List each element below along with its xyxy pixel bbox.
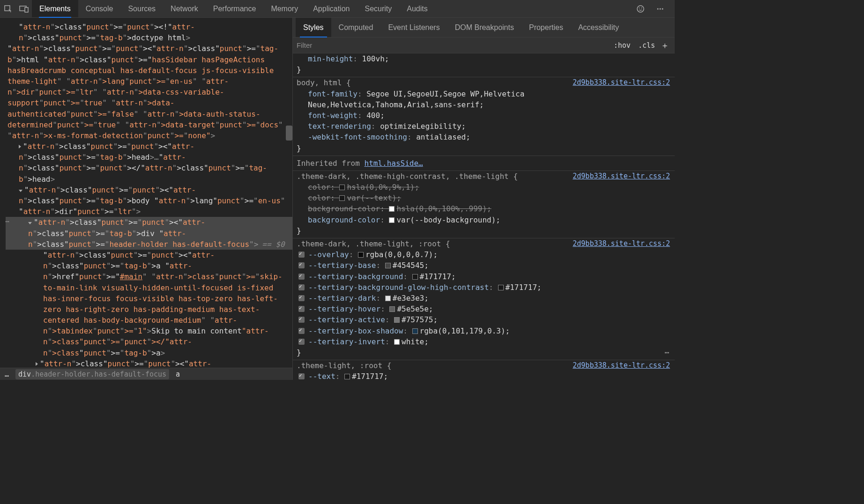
css-rule[interactable]: 2d9bb338.site-ltr.css:2body, html {font-… [293,77,675,156]
svg-point-3 [637,6,644,12]
tab-network[interactable]: Network [163,0,206,17]
svg-point-5 [641,7,642,8]
css-rule[interactable]: 2d9bb338.site-ltr.css:2.theme-light, :ro… [293,360,675,380]
side-tab-accessibility[interactable]: Accessibility [571,18,626,37]
dom-node[interactable]: "attr-n">class"punct">="punct"><"attr-n"… [6,250,292,358]
crumb-ellipsis[interactable]: … [5,370,9,378]
more-icon[interactable]: ⋯ [664,347,670,358]
cls-toggle[interactable]: .cls [634,41,659,50]
tab-performance[interactable]: Performance [206,0,264,17]
inspect-controls [0,0,32,18]
dom-node[interactable]: "attr-n">class"punct">="punct"><"attr-n"… [6,185,292,217]
tab-sources[interactable]: Sources [120,0,163,17]
tab-console[interactable]: Console [78,0,121,17]
scrollbar-thumb[interactable] [286,126,292,141]
dom-node[interactable]: "attr-n">class"punct">="punct"><"attr-n"… [6,43,292,141]
side-tab-styles[interactable]: Styles [296,18,331,37]
inspect-icon[interactable] [0,0,16,18]
tab-application[interactable]: Application [305,0,357,17]
crumb-next[interactable]: a [176,370,180,378]
feedback-icon[interactable] [633,0,648,18]
main-toolbar: ElementsConsoleSourcesNetworkPerformance… [0,0,675,18]
dom-tree[interactable]: "attr-n">class"punct">="punct"><!"attr-n… [0,18,292,368]
crumb-current[interactable]: div.header-holder.has-default-focus [15,369,169,379]
side-tab-computed[interactable]: Computed [331,18,381,37]
side-tabs: StylesComputedEvent ListenersDOM Breakpo… [293,18,675,37]
tab-memory[interactable]: Memory [263,0,305,17]
breadcrumb[interactable]: … div.header-holder.has-default-focus a [0,368,292,380]
side-tab-properties[interactable]: Properties [521,18,571,37]
dom-node[interactable]: "attr-n">class"punct">="punct"><"attr-n"… [6,358,292,368]
more-icon[interactable] [652,0,668,18]
side-tab-dom-breakpoints[interactable]: DOM Breakpoints [447,18,521,37]
svg-point-6 [657,8,659,9]
styles-rules[interactable]: min-height: 100vh;}2d9bb338.site-ltr.css… [293,53,675,380]
svg-rect-2 [25,7,28,12]
inherited-from: Inherited from html.hasSide… [293,156,675,171]
inherit-link[interactable]: html.hasSide… [365,159,423,168]
elements-panel: "attr-n">class"punct">="punct"><!"attr-n… [0,18,293,380]
device-toggle-icon[interactable] [16,0,32,18]
css-rule[interactable]: 2d9bb338.site-ltr.css:2.theme-dark, .the… [293,238,675,360]
source-link[interactable]: 2d9bb338.site-ltr.css:2 [573,239,670,249]
svg-point-7 [660,8,661,9]
hov-toggle[interactable]: :hov [610,41,634,50]
styles-filter-input[interactable] [297,41,610,49]
styles-panel: StylesComputedEvent ListenersDOM Breakpo… [293,18,675,380]
svg-point-8 [662,8,663,9]
tab-elements[interactable]: Elements [32,0,78,17]
dom-node[interactable]: "attr-n">class"punct">="punct"><"attr-n"… [6,141,292,185]
dom-node[interactable]: "attr-n">class"punct">="punct"><!"attr-n… [6,22,292,43]
source-link[interactable]: 2d9bb338.site-ltr.css:2 [573,361,670,371]
filter-bar: :hov .cls ＋ [293,37,675,53]
side-tab-event-listeners[interactable]: Event Listeners [380,18,447,37]
tab-security[interactable]: Security [357,0,399,17]
svg-point-4 [639,7,640,8]
css-rule[interactable]: 2d9bb338.site-ltr.css:2.theme-dark, .the… [293,171,675,238]
tab-audits[interactable]: Audits [399,0,435,17]
main-tabs: ElementsConsoleSourcesNetworkPerformance… [32,0,435,17]
new-style-rule-button[interactable]: ＋ [659,40,671,51]
dom-node[interactable]: "attr-n">class"punct">="punct"><"attr-n"… [6,217,292,250]
css-rule[interactable]: min-height: 100vh;} [293,53,675,77]
source-link[interactable]: 2d9bb338.site-ltr.css:2 [573,171,670,182]
source-link[interactable]: 2d9bb338.site-ltr.css:2 [573,78,670,88]
